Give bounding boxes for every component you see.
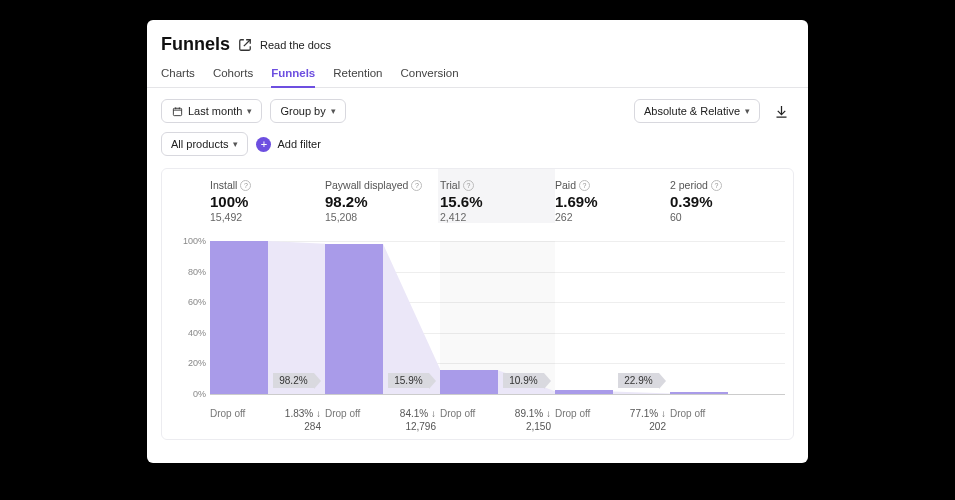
drop-off-count: 284 bbox=[304, 421, 321, 432]
y-axis: 100% 80% 60% 40% 20% 0% bbox=[170, 241, 210, 394]
step-percent: 1.69% bbox=[555, 193, 666, 210]
step-header: Trial? 15.6% 2,412 bbox=[438, 169, 555, 223]
y-tick: 0% bbox=[193, 389, 206, 399]
step-header: Paywall displayed? 98.2% 15,208 bbox=[325, 179, 440, 223]
drop-off-count: 2,150 bbox=[526, 421, 551, 432]
group-by-label: Group by bbox=[280, 105, 325, 117]
funnel-bars: 98.2% 15.9% 10.9% 22.9% bbox=[210, 241, 785, 394]
help-icon[interactable]: ? bbox=[240, 180, 251, 191]
chevron-down-icon: ▾ bbox=[745, 106, 750, 116]
funnel-bar[interactable] bbox=[670, 392, 728, 394]
tab-retention[interactable]: Retention bbox=[333, 67, 382, 87]
step-name: Paywall displayed bbox=[325, 179, 408, 191]
svg-marker-4 bbox=[613, 391, 671, 394]
help-icon[interactable]: ? bbox=[579, 180, 590, 191]
funnel-bar-slot: 15.9% bbox=[325, 241, 440, 394]
y-tick: 60% bbox=[188, 297, 206, 307]
drop-off: Drop off 84.1% ↓ 12,796 bbox=[325, 408, 440, 433]
tab-charts[interactable]: Charts bbox=[161, 67, 195, 87]
step-count: 60 bbox=[670, 211, 781, 223]
drop-off-pct: 1.83% bbox=[285, 408, 313, 419]
group-by-picker[interactable]: Group by ▾ bbox=[270, 99, 345, 123]
drop-off-pct: 77.1% bbox=[630, 408, 658, 419]
drop-off-pct: 89.1% bbox=[515, 408, 543, 419]
drop-off-label: Drop off bbox=[440, 408, 511, 419]
arrow-down-icon: ↓ bbox=[546, 408, 551, 419]
drop-off: Drop off 77.1% ↓ 202 bbox=[555, 408, 670, 433]
app-window: Funnels Read the docs Charts Cohorts Fun… bbox=[147, 20, 808, 463]
funnel-bar[interactable] bbox=[325, 244, 383, 394]
step-count: 2,412 bbox=[440, 211, 551, 223]
drop-off: Drop off 89.1% ↓ 2,150 bbox=[440, 408, 555, 433]
page-title: Funnels bbox=[161, 34, 230, 55]
funnel-bar-slot bbox=[670, 241, 785, 394]
y-tick: 80% bbox=[188, 267, 206, 277]
funnel-bar[interactable] bbox=[440, 370, 498, 394]
funnel-bar-slot: 10.9% bbox=[440, 241, 555, 394]
conversion-chip: 98.2% bbox=[273, 373, 313, 388]
page-header: Funnels Read the docs bbox=[147, 20, 808, 59]
plus-icon: + bbox=[256, 137, 271, 152]
products-picker[interactable]: All products ▾ bbox=[161, 132, 248, 156]
tab-funnels[interactable]: Funnels bbox=[271, 67, 315, 87]
download-button[interactable] bbox=[768, 98, 794, 124]
arrow-down-icon: ↓ bbox=[661, 408, 666, 419]
drop-off-label: Drop off bbox=[555, 408, 626, 419]
funnel-chart: Install? 100% 15,492 Paywall displayed? … bbox=[161, 168, 794, 440]
arrow-down-icon: ↓ bbox=[316, 408, 321, 419]
controls-row-1: Last month ▾ Group by ▾ Absolute & Relat… bbox=[147, 88, 808, 156]
help-icon[interactable]: ? bbox=[411, 180, 422, 191]
svg-marker-1 bbox=[268, 241, 326, 394]
drop-off: Drop off 1.83% ↓ 284 bbox=[210, 408, 325, 433]
products-label: All products bbox=[171, 138, 228, 150]
step-header: Install? 100% 15,492 bbox=[210, 179, 325, 223]
tabs: Charts Cohorts Funnels Retention Convers… bbox=[147, 59, 808, 88]
arrow-down-icon: ↓ bbox=[431, 408, 436, 419]
step-count: 15,208 bbox=[325, 211, 436, 223]
funnel-steps-header: Install? 100% 15,492 Paywall displayed? … bbox=[210, 179, 785, 223]
step-name: Paid bbox=[555, 179, 576, 191]
drop-off-count: 12,796 bbox=[405, 421, 436, 432]
date-range-picker[interactable]: Last month ▾ bbox=[161, 99, 262, 123]
chevron-down-icon: ▾ bbox=[331, 106, 336, 116]
drop-off-label: Drop off bbox=[210, 408, 281, 419]
svg-rect-0 bbox=[173, 108, 181, 115]
step-percent: 100% bbox=[210, 193, 321, 210]
y-tick: 20% bbox=[188, 358, 206, 368]
help-icon[interactable]: ? bbox=[463, 180, 474, 191]
chevron-down-icon: ▾ bbox=[247, 106, 252, 116]
docs-link[interactable]: Read the docs bbox=[260, 39, 331, 51]
step-header: Paid? 1.69% 262 bbox=[555, 179, 670, 223]
mode-label: Absolute & Relative bbox=[644, 105, 740, 117]
step-name: 2 period bbox=[670, 179, 708, 191]
funnel-bar[interactable] bbox=[210, 241, 268, 394]
funnel-bar-slot: 98.2% bbox=[210, 241, 325, 394]
drop-off: Drop off bbox=[670, 408, 785, 433]
step-name: Trial bbox=[440, 179, 460, 191]
drop-off-count: 202 bbox=[649, 421, 666, 432]
step-percent: 98.2% bbox=[325, 193, 436, 210]
external-link-icon[interactable] bbox=[238, 38, 252, 52]
y-tick: 40% bbox=[188, 328, 206, 338]
tab-cohorts[interactable]: Cohorts bbox=[213, 67, 253, 87]
mode-picker[interactable]: Absolute & Relative ▾ bbox=[634, 99, 760, 123]
chevron-down-icon: ▾ bbox=[233, 139, 238, 149]
drop-off-row: Drop off 1.83% ↓ 284 Drop off 84.1% ↓ 12… bbox=[210, 408, 785, 433]
conversion-chip: 10.9% bbox=[503, 373, 543, 388]
conversion-chip: 15.9% bbox=[388, 373, 428, 388]
funnel-plot: 100% 80% 60% 40% 20% 0% 98.2% bbox=[170, 241, 785, 394]
step-header: 2 period? 0.39% 60 bbox=[670, 179, 785, 223]
funnel-bar-slot: 22.9% bbox=[555, 241, 670, 394]
conversion-chip: 22.9% bbox=[618, 373, 658, 388]
step-count: 15,492 bbox=[210, 211, 321, 223]
svg-marker-2 bbox=[383, 244, 441, 394]
help-icon[interactable]: ? bbox=[711, 180, 722, 191]
drop-off-label: Drop off bbox=[325, 408, 396, 419]
date-range-label: Last month bbox=[188, 105, 242, 117]
add-filter-label: Add filter bbox=[277, 138, 320, 150]
funnel-bar[interactable] bbox=[555, 390, 613, 394]
step-name: Install bbox=[210, 179, 237, 191]
tab-conversion[interactable]: Conversion bbox=[400, 67, 458, 87]
add-filter-button[interactable]: + Add filter bbox=[256, 137, 320, 152]
step-percent: 0.39% bbox=[670, 193, 781, 210]
